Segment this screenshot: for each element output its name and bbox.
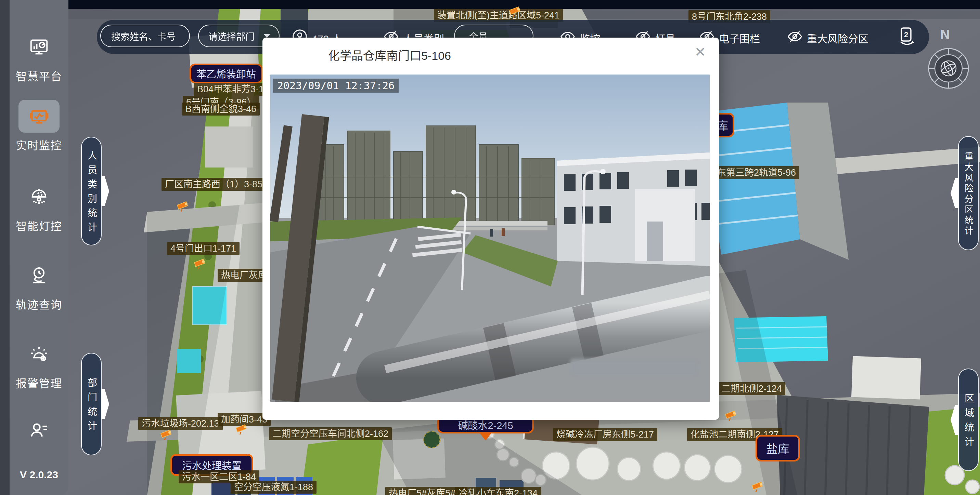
alarm-icon [19,338,60,371]
close-icon[interactable]: ✕ [694,45,706,59]
smart-light-icon [19,181,60,213]
camera-icon[interactable] [235,424,249,435]
tab-personnel-category-stats[interactable]: 人员类别统计 [81,137,102,246]
compass-north-label: N [940,27,950,42]
map-label[interactable]: 污水垃圾场-202.13 [138,417,223,430]
sidebar-item-personnel[interactable] [10,414,68,447]
smart-platform-icon [19,31,60,63]
search-input[interactable]: 搜索姓名、卡号 [100,25,190,47]
map-label[interactable]: 空分空压液氮1-188 [231,481,317,493]
camera-modal: 化学品仓库南门口5-106 ✕ [262,38,719,420]
camera-icon[interactable] [725,410,738,421]
sidebar-item-smart-platform[interactable]: 智慧平台 [10,31,68,83]
toggle-label[interactable]: 电子围栏 [719,30,760,46]
smart-factory-app: 装置北侧(至)主道路区域5-2418号门东北角2-238苯乙烯装卸站B04甲苯非… [0,0,980,495]
camera-icon[interactable] [509,6,522,17]
compass[interactable] [924,44,972,92]
department-placeholder: 请选择部门 [208,29,255,43]
map-label[interactable]: 烧碱冷冻厂房东侧5-217 [553,428,657,441]
camera-scene [270,75,710,402]
map-label[interactable]: 东第三跨2轨道5-96 [713,166,799,179]
search-placeholder: 搜索姓名、卡号 [111,29,176,43]
personnel-icon [19,414,60,447]
eye-slash-icon[interactable] [787,29,803,44]
sidebar-item-trajectory-query[interactable]: 轨迹查询 [10,259,68,312]
trajectory-icon [19,259,60,292]
camera-feed: 2023/09/01 12:37:26 [270,75,710,402]
tab-department-stats[interactable]: 部门统计 [81,353,102,455]
map-label[interactable]: 厂区南主路西（1）3-85 [162,178,266,191]
camera-icon[interactable] [177,201,190,212]
sidebar: 智慧平台 实时监控 [0,0,68,495]
chevron-down-icon [264,34,270,38]
map-label[interactable]: 苯乙烯装卸站 [189,63,263,83]
tab-area-stats[interactable]: 区域统计 [958,368,978,471]
map-label[interactable]: 冷轧小车东南2-134 [455,487,541,495]
map-label[interactable]: 盐库 [756,435,800,462]
map-label[interactable]: B西南侧全貌3-46 [182,103,260,116]
camera-icon[interactable] [194,259,207,270]
map-label[interactable]: 4号门出口1-171 [167,242,240,255]
camera-timestamp: 2023/09/01 12:37:26 [273,79,399,93]
map-label[interactable]: 二期空分空压车间北侧2-162 [269,427,392,440]
camera-icon[interactable] [751,481,765,492]
realtime-monitor-icon [19,100,60,133]
blurred-watermark [570,358,699,377]
toggle-label[interactable]: 重大风险分区 [807,30,869,46]
sidebar-item-realtime-monitor[interactable]: 实时监控 [10,100,68,152]
sidebar-item-smart-lighting[interactable]: 智能灯控 [10,181,68,233]
screen-rotate-2d-icon[interactable]: 2 [897,27,916,46]
map-label[interactable]: 二期北侧2-124 [718,382,785,395]
app-version: V 2.0.23 [10,469,68,481]
svg-text:2: 2 [904,30,908,39]
camera-modal-title: 化学品仓库南门口5-106 [328,46,451,63]
sidebar-item-alarm-management[interactable]: 报警管理 [10,338,68,390]
camera-icon[interactable] [160,429,174,440]
map-label[interactable]: B04甲苯非芳3-10 [194,83,272,96]
tab-major-risk-zone-stats[interactable]: 重大风险分区统计 [958,136,978,250]
